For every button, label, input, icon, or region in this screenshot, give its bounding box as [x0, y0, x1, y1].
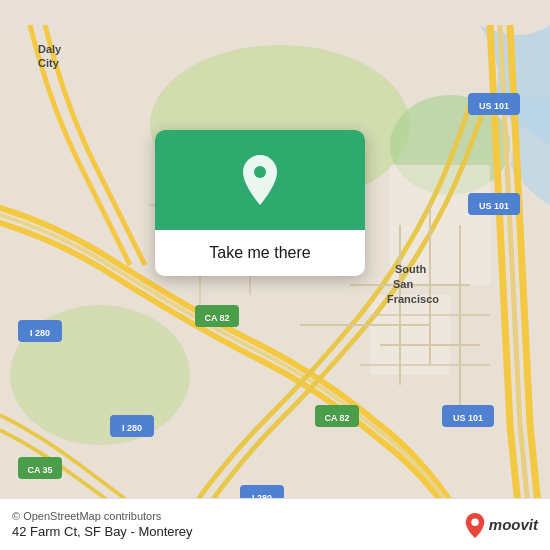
svg-text:CA 35: CA 35	[27, 465, 52, 475]
attribution-text: © OpenStreetMap contributors	[12, 510, 161, 522]
map-attribution: © OpenStreetMap contributors	[12, 510, 193, 522]
popup-pointer	[250, 230, 270, 242]
svg-text:US 101: US 101	[479, 101, 509, 111]
svg-text:CA 82: CA 82	[204, 313, 229, 323]
svg-text:City: City	[38, 57, 60, 69]
svg-text:Francisco: Francisco	[387, 293, 439, 305]
svg-text:San: San	[393, 278, 413, 290]
moovit-pin-icon	[464, 512, 486, 538]
popup-header	[155, 130, 365, 230]
svg-text:South: South	[395, 263, 426, 275]
svg-point-41	[254, 166, 266, 178]
svg-point-42	[471, 518, 478, 525]
moovit-brand-text: moovit	[489, 516, 538, 533]
location-pin-icon	[238, 153, 282, 207]
svg-text:I 280: I 280	[122, 423, 142, 433]
moovit-logo: moovit	[464, 512, 538, 538]
location-popup: Take me there	[155, 130, 365, 276]
bottom-content: © OpenStreetMap contributors 42 Farm Ct,…	[12, 510, 193, 539]
svg-text:US 101: US 101	[479, 201, 509, 211]
svg-text:I 280: I 280	[30, 328, 50, 338]
svg-text:CA 82: CA 82	[324, 413, 349, 423]
bottom-bar: © OpenStreetMap contributors 42 Farm Ct,…	[0, 498, 550, 550]
map-container: I 280 I 280 I 280 CA 82 CA 82 US 101 US …	[0, 0, 550, 550]
address-label: 42 Farm Ct, SF Bay - Monterey	[12, 524, 193, 539]
svg-text:US 101: US 101	[453, 413, 483, 423]
svg-text:Daly: Daly	[38, 43, 62, 55]
